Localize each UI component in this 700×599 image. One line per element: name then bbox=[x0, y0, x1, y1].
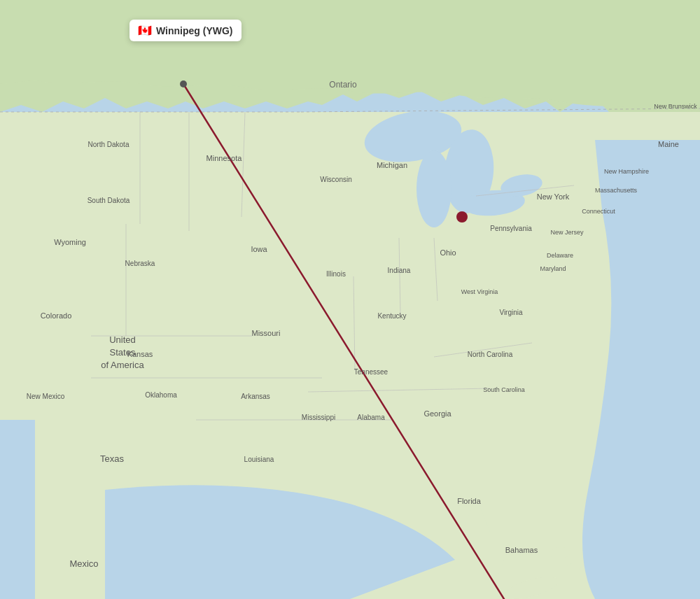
georgia-label: Georgia bbox=[424, 409, 451, 418]
north-dakota-label: North Dakota bbox=[88, 141, 130, 148]
louisiana-label: Louisiana bbox=[244, 456, 274, 463]
winnipeg-label: 🇨🇦 Winnipeg (YWG) bbox=[130, 20, 241, 41]
ohio-label: Ohio bbox=[440, 248, 456, 257]
new-mexico-label: New Mexico bbox=[27, 393, 65, 400]
alabama-label: Alabama bbox=[357, 414, 385, 421]
svg-point-4 bbox=[416, 150, 451, 227]
missouri-label: Missouri bbox=[252, 329, 281, 337]
winnipeg-city-name: Winnipeg (YWG) bbox=[156, 25, 233, 36]
minnesota-label: Minnesota bbox=[206, 154, 243, 162]
michigan-label: Michigan bbox=[377, 161, 407, 169]
new-jersey-label: New Jersey bbox=[550, 229, 584, 236]
nebraska-label: Nebraska bbox=[125, 260, 155, 267]
bahamas-label: Bahamas bbox=[505, 546, 538, 554]
usa-label-1: United bbox=[109, 334, 136, 345]
massachusetts-label: Massachusetts bbox=[595, 187, 638, 194]
wyoming-label: Wyoming bbox=[54, 238, 86, 246]
svg-rect-1 bbox=[0, 420, 35, 599]
mississippi-label: Mississippi bbox=[302, 414, 335, 421]
south-carolina-label: South Carolina bbox=[483, 386, 525, 393]
svg-point-27 bbox=[458, 213, 465, 220]
oklahoma-label: Oklahoma bbox=[145, 391, 177, 399]
illinois-label: Illinois bbox=[326, 270, 346, 278]
north-carolina-label: North Carolina bbox=[468, 351, 513, 358]
indiana-label: Indiana bbox=[388, 267, 411, 274]
pennsylvania-label: Pennsylvania bbox=[490, 225, 532, 232]
new-hampshire-label: New Hampshire bbox=[604, 168, 649, 175]
wisconsin-label: Wisconsin bbox=[320, 176, 352, 183]
kentucky-label: Kentucky bbox=[377, 312, 406, 320]
delaware-label: Delaware bbox=[547, 252, 573, 259]
florida-label: Florida bbox=[457, 497, 482, 505]
virginia-label: Virginia bbox=[499, 309, 523, 316]
arkansas-label: Arkansas bbox=[241, 393, 270, 400]
texas-label: Texas bbox=[100, 453, 124, 464]
usa-label-2: States bbox=[110, 347, 136, 358]
new-brunswick-label: New Brunswick bbox=[654, 103, 697, 110]
iowa-label: Iowa bbox=[251, 245, 267, 253]
tennessee-label: Tennessee bbox=[354, 368, 388, 376]
colorado-label: Colorado bbox=[41, 311, 72, 320]
canada-flag-icon: 🇨🇦 bbox=[138, 24, 152, 37]
usa-label-3: of America bbox=[101, 360, 144, 370]
svg-point-28 bbox=[180, 80, 187, 87]
connecticut-label: Connecticut bbox=[582, 208, 615, 215]
west-virginia-label: West Virginia bbox=[461, 288, 498, 295]
mexico-label: Mexico bbox=[69, 558, 98, 569]
new-york-label: New York bbox=[537, 192, 570, 201]
map-container: Ontario North Dakota Minnesota Wisconsin… bbox=[0, 0, 700, 599]
south-dakota-label: South Dakota bbox=[88, 197, 130, 204]
maine-label: Maine bbox=[658, 140, 679, 148]
ontario-label: Ontario bbox=[329, 80, 357, 90]
maryland-label: Maryland bbox=[540, 265, 566, 272]
